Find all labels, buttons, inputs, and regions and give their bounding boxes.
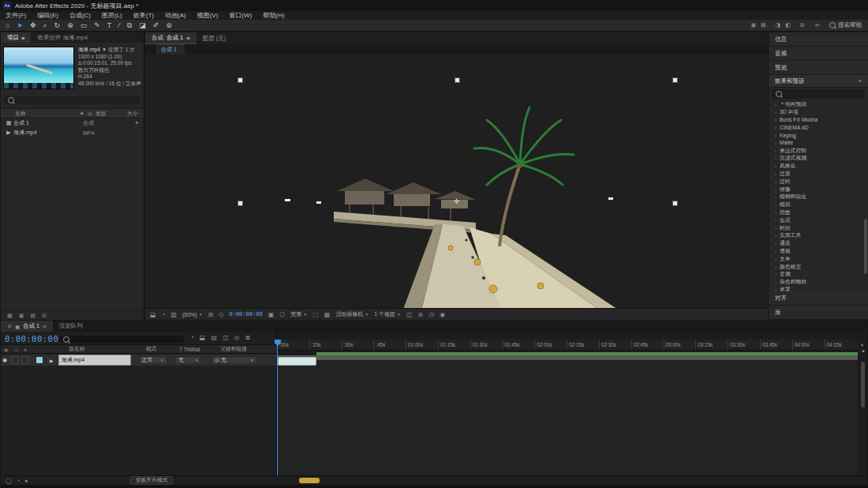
effect-category[interactable]: › 表达式控制 (769, 147, 868, 155)
twirl-arrow-icon[interactable]: ▶ (50, 358, 54, 363)
help-search[interactable]: 搜索帮助 (829, 21, 862, 29)
eye-icon[interactable]: ◉ (1, 357, 9, 363)
panel-preview[interactable]: 预览 (769, 61, 868, 75)
effect-category[interactable]: › 文本 (769, 255, 868, 263)
tab-render-queue[interactable]: 渲染队列 (53, 321, 89, 332)
effect-category[interactable]: › 时间 (769, 224, 868, 232)
menu-item[interactable]: 合成(C) (64, 11, 96, 20)
toggle-switches-modes-button[interactable]: 切换开关/模式 (130, 476, 173, 485)
effect-category[interactable]: › 颜色校正 (769, 263, 868, 271)
effect-category[interactable]: › 3D 声道 (769, 108, 868, 116)
view-layout-dropdown[interactable]: 1 个视图▼ (374, 310, 401, 318)
project-search-input[interactable] (4, 96, 140, 104)
magnification-dropdown[interactable]: (50%)▼ (182, 312, 203, 317)
selection-handle[interactable] (672, 201, 678, 206)
footage-thumbnail[interactable] (3, 47, 74, 89)
blend-mode-dropdown[interactable]: 正常▼ (139, 356, 167, 364)
effect-category[interactable]: › 实用工具 (769, 232, 868, 240)
overflow-chevron-icon[interactable]: ≫ (814, 22, 821, 28)
audio-toggle[interactable] (11, 356, 19, 364)
footer-icon[interactable]: ⊞ (42, 313, 47, 319)
effect-category[interactable]: › CINEMA 4D (769, 123, 868, 131)
panel-info[interactable]: 信息 (769, 32, 868, 47)
pen-tool-icon[interactable]: ✎ (94, 20, 100, 31)
layer-name[interactable]: 海滩.mp4 (58, 355, 131, 366)
always-preview-icon[interactable]: ⬓ (150, 311, 156, 318)
effect-category[interactable]: › 过时 (769, 178, 868, 186)
resolution-dropdown[interactable]: 完整▼ (290, 310, 307, 318)
tab-effect-controls[interactable]: 效果控件 海滩.mp4 (31, 32, 94, 43)
shape-tool-icon[interactable]: ▭ (80, 20, 88, 31)
rowfootage[interactable]: ▶ 海滩.mp4 MP4 (1, 128, 144, 137)
timeline-option-icon[interactable]: ⬓ (200, 334, 206, 341)
brush-tool-icon[interactable]: ∕ (118, 20, 120, 31)
menu-item[interactable]: 窗口(W) (223, 11, 257, 20)
show-snapshot-icon[interactable]: ⎔ (279, 311, 285, 318)
timeline-footer-icon[interactable]: ● (24, 478, 28, 484)
timeline-option-icon[interactable]: ≣ (245, 334, 251, 341)
panel-effects-presets[interactable]: 效果和预设 ≡ (769, 75, 868, 88)
timeline-search-input[interactable] (59, 336, 184, 343)
menu-item[interactable]: 效果(T) (128, 11, 159, 20)
rowcomp[interactable]: ▦ 合成 1 合成 ✦ (1, 118, 144, 128)
zoom-in-mountain-icon[interactable]: ▲ (861, 348, 866, 353)
selection-handle[interactable] (238, 201, 243, 206)
fast-previews-icon[interactable]: ≋ (418, 311, 424, 318)
mask-visibility-icon[interactable]: ◇ (219, 311, 223, 318)
timeline-scrollbar[interactable] (861, 362, 865, 407)
effect-category[interactable]: › 杂色和颗粒 (769, 278, 868, 286)
timeline-option-icon[interactable]: ◫ (223, 334, 229, 341)
label-color-chip[interactable] (36, 356, 43, 364)
tab-project[interactable]: 项目≡ (1, 32, 31, 43)
selection-handle[interactable] (455, 77, 460, 83)
timeline-footer-icon[interactable]: ◯ (6, 478, 12, 484)
hand-tool-icon[interactable]: ✥ (30, 20, 36, 31)
effects-search-input[interactable] (772, 89, 865, 99)
tab-layer-viewer[interactable]: 图层 (无) (196, 32, 233, 44)
clone-stamp-tool-icon[interactable]: ⧉ (127, 20, 132, 31)
selection-handle[interactable] (238, 77, 243, 83)
region-of-interest-icon[interactable]: ⬚ (312, 311, 319, 318)
panel-libraries[interactable]: 库 (769, 306, 868, 320)
pixel-aspect-icon[interactable]: ◫ (406, 311, 413, 318)
effect-category[interactable]: › Matte (769, 139, 868, 147)
track-area[interactable] (277, 360, 858, 475)
footer-icon[interactable]: ▦ (7, 313, 13, 319)
main-viewer-icon[interactable]: ◔ (162, 311, 166, 318)
effect-category[interactable]: › 过渡 (769, 170, 868, 178)
puppet-pin-tool-icon[interactable]: ⊚ (166, 20, 172, 31)
menu-item[interactable]: 编辑(E) (32, 11, 64, 20)
timeline-option-icon[interactable]: ▤ (211, 334, 217, 341)
tab-composition[interactable]: 合成 合成 1 ≡ (145, 32, 196, 44)
menu-item[interactable]: 视图(V) (192, 11, 224, 20)
viewer-options-icon[interactable]: ▥ (170, 311, 177, 318)
effect-category[interactable]: › 透视 (769, 247, 868, 255)
panel-menu-icon[interactable]: ≡ (859, 77, 862, 84)
work-area-bar[interactable] (278, 355, 858, 360)
footer-icon[interactable]: ▣ (19, 313, 24, 319)
composition-viewer[interactable]: ✛ (145, 54, 768, 308)
zoom-tool-icon[interactable]: ⌕ (43, 20, 47, 31)
effect-category[interactable]: › 风格化 (769, 162, 868, 170)
home-icon[interactable]: ⌂ (6, 20, 9, 31)
layer-duration-bar[interactable] (278, 357, 316, 366)
type-tool-icon[interactable]: T (107, 20, 112, 31)
footer-icon[interactable]: ▤ (30, 313, 36, 319)
anchor-point-icon[interactable]: ✛ (454, 197, 460, 205)
menu-item[interactable]: 帮助(H) (257, 11, 290, 20)
selection-handle[interactable] (672, 77, 678, 83)
current-time-display[interactable]: 0:00:00:00 (5, 334, 58, 343)
timeline-footer-icon[interactable]: ◔ (17, 478, 20, 484)
eraser-tool-icon[interactable]: ◪ (139, 20, 146, 31)
solo-toggle[interactable] (21, 356, 29, 364)
transparency-grid-icon[interactable]: ▦ (324, 311, 331, 318)
effect-category[interactable]: › 遮罩 (769, 286, 868, 291)
effect-category[interactable]: › 模拟 (769, 201, 868, 208)
viewer-comp-tab[interactable]: 合成 1 (156, 44, 185, 54)
3d-view-dropdown[interactable]: 活动摄像机▼ (335, 310, 369, 318)
panel-audio[interactable]: 音频 (769, 47, 868, 61)
close-icon[interactable]: ✕ (7, 323, 12, 330)
effect-category[interactable]: › 音频 (769, 271, 868, 279)
tab-timeline-comp[interactable]: ✕ ▦ 合成 1 ≡ (1, 321, 53, 332)
timeline-button-icon[interactable]: ◷ (428, 311, 434, 318)
